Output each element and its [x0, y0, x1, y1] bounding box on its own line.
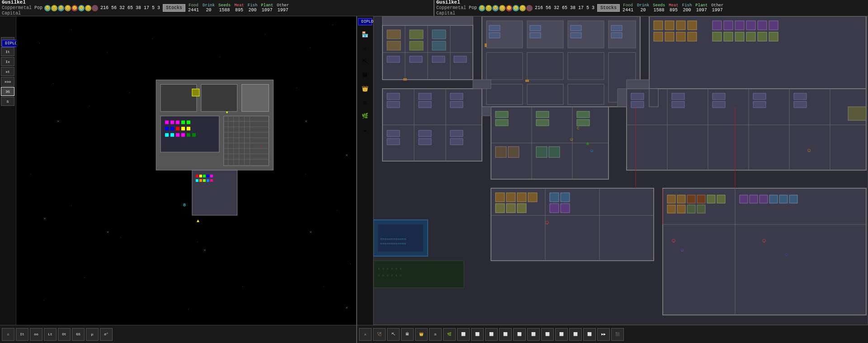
bbr-box3[interactable]: ⬜ [485, 328, 498, 341]
svg-rect-169 [536, 111, 549, 118]
map-area-left[interactable]: ··· ··· ··· ··· ··· ··· ··· ··· × × × × … [16, 16, 356, 325]
bottom-btn-labor-l[interactable]: Lt [44, 328, 57, 341]
sidebar-btn-nobles[interactable]: Iх [1, 57, 14, 66]
bbr-crown[interactable]: 👑 [415, 328, 428, 341]
svg-rect-234 [769, 195, 778, 203]
svg-rect-125 [525, 80, 529, 82]
zoomed-map[interactable]: ☺ ☺ ☺ ☺ c ≈≈≈≈≈≈≈≈≈≈≈≈ ≈≈≈≈≈≈≈≈≈≈≈≈ [373, 16, 868, 325]
svg-text:·: · [129, 91, 131, 94]
pop-icon-6: 😐 [78, 5, 85, 11]
other-resource-left: Other 1997 [277, 3, 289, 13]
svg-rect-144 [746, 32, 755, 41]
fish-label-left: Fish [248, 3, 258, 8]
sidebar-icon-justice[interactable]: ⚖ [358, 96, 372, 109]
pop-icon-4: 😐 [65, 5, 71, 11]
svg-rect-44 [187, 120, 190, 124]
top-bar-left: Gusilkel Coppermetal Capital Pop 😊 😊 😊 😐… [0, 0, 434, 16]
svg-text:c: c [577, 126, 580, 131]
bbr-forward[interactable]: ▶▶ [597, 328, 610, 341]
svg-rect-223 [687, 195, 695, 203]
sidebar-icon-weather[interactable]: ☁ [358, 123, 372, 136]
bottom-btn-legends[interactable]: GS [72, 328, 85, 341]
svg-rect-78 [203, 179, 206, 182]
sidebar-icon-nobles[interactable]: 👑 [358, 82, 372, 95]
svg-text:·: · [151, 37, 153, 40]
sidebar-icon-buildings[interactable]: 🏛 [358, 69, 372, 81]
pop-icon-7: 😐 [85, 5, 91, 11]
svg-rect-120 [571, 33, 581, 38]
plant-resource-left: Plant 1097 [261, 3, 273, 13]
sidebar-btn-military[interactable]: It [1, 47, 14, 56]
svg-rect-92 [387, 30, 401, 39]
meat-resource-right: Meat 895 [669, 3, 679, 13]
bottom-btn-stocks-l[interactable]: oo [30, 328, 42, 341]
bbr-box4[interactable]: ⬜ [499, 328, 512, 341]
sidebar-btn-stocks[interactable]: хоо [1, 77, 14, 86]
fortress-sub2-right: Capital [436, 11, 466, 16]
bottom-btn-overview[interactable]: ⌂ [2, 328, 14, 341]
bottom-btn-military-l[interactable]: It [16, 328, 28, 341]
bottom-btn-orders[interactable]: Ot [58, 328, 71, 341]
svg-text:×: × [203, 248, 206, 253]
drink-resource-left: Drink 20 [203, 3, 215, 13]
sidebar-icon-trade[interactable]: 🏪 [358, 28, 372, 41]
bbr-box9[interactable]: ⬜ [569, 328, 582, 341]
svg-rect-46 [170, 127, 174, 130]
bbr-build[interactable]: 🏛 [401, 328, 414, 341]
bbr-balance[interactable]: ⚖ [429, 328, 442, 341]
bbr-mine[interactable]: ⛏ [387, 328, 400, 341]
diplomacy-button-right[interactable]: DIPLOMACY [358, 18, 372, 25]
bottom-bar-right: ⚔ 🏹 ⛏ 🏛 👑 ⚖ 🌿 ⬜ ⬜ ⬜ ⬜ ⬜ ⬜ ⬜ ⬜ ⬜ ⬜ ▶▶ ⬛ [357, 325, 868, 343]
bbr-hunt[interactable]: 🏹 [373, 328, 386, 341]
sidebar-icon-nature[interactable]: 🌿 [358, 110, 372, 122]
svg-rect-142 [724, 32, 733, 41]
food-resource-left: Food 2441 [188, 3, 199, 13]
bbr-box8[interactable]: ⬜ [555, 328, 568, 341]
svg-text:·: · [188, 308, 189, 311]
svg-text:*: * [260, 145, 262, 149]
svg-rect-52 [176, 133, 179, 137]
pop-section-right: Pop 😊 😊 😊 😐 😐 😐 😐 🐾 216 56 32 65 38 17 5… [469, 5, 594, 11]
fish-val-right: 200 [683, 8, 691, 13]
svg-rect-185 [631, 101, 644, 108]
pop-icon-r2: 😊 [486, 5, 492, 11]
bbr-box10[interactable]: ⬜ [583, 328, 596, 341]
svg-text:☺: ☺ [807, 148, 811, 154]
pop-nums-left: 216 56 32 65 38 17 5 3 [100, 5, 160, 10]
sidebar-btn-status[interactable]: S [1, 97, 14, 106]
bbr-plant[interactable]: 🌿 [443, 328, 456, 341]
other-label-right: Other [711, 3, 723, 8]
bbr-end[interactable]: ⬛ [611, 328, 624, 341]
svg-rect-93 [387, 41, 401, 50]
sidebar-right: DIPLOMACY 🏪 ⚔ ⛏ 🏛 👑 ⚖ 🌿 ☁ [357, 16, 373, 325]
bbr-box2[interactable]: ⬜ [471, 328, 484, 341]
sidebar-btn-labor[interactable]: хt [1, 67, 14, 76]
bbr-combat[interactable]: ⚔ [359, 328, 372, 341]
fish-label-right: Fish [682, 3, 692, 8]
svg-rect-153 [419, 93, 431, 100]
svg-rect-228 [677, 205, 685, 213]
right-panel: DIPLOMACY 🏪 ⚔ ⛏ 🏛 👑 ⚖ 🌿 ☁ [357, 16, 868, 343]
top-bar: Gusilkel Coppermetal Capital Pop 😊 😊 😊 😐… [0, 0, 868, 16]
bottom-btn-units[interactable]: μ [86, 328, 99, 341]
stocks-button-left[interactable]: Stocks [163, 4, 185, 12]
sidebar-btn-announcements[interactable]: ЭS [1, 87, 14, 96]
svg-text:☺: ☺ [785, 252, 788, 257]
stocks-button-right[interactable]: Stocks [597, 4, 620, 12]
bbr-box1[interactable]: ⬜ [457, 328, 470, 341]
svg-rect-97 [432, 41, 446, 50]
svg-rect-108 [486, 52, 523, 80]
bbr-box5[interactable]: ⬜ [513, 328, 526, 341]
svg-text:·: · [39, 42, 41, 45]
plant-val-right: 1097 [696, 8, 707, 13]
bbr-box6[interactable]: ⬜ [527, 328, 540, 341]
sidebar-icon-military[interactable]: ⚔ [358, 42, 372, 54]
pop-icon-r3: 😊 [492, 5, 499, 11]
svg-rect-101 [454, 56, 467, 62]
sidebar-icon-mining[interactable]: ⛏ [358, 55, 372, 68]
svg-rect-232 [750, 195, 758, 203]
bottom-btn-reports[interactable]: σ° [100, 328, 113, 341]
svg-rect-47 [176, 127, 179, 130]
bbr-box7[interactable]: ⬜ [541, 328, 554, 341]
svg-rect-124 [485, 43, 487, 47]
